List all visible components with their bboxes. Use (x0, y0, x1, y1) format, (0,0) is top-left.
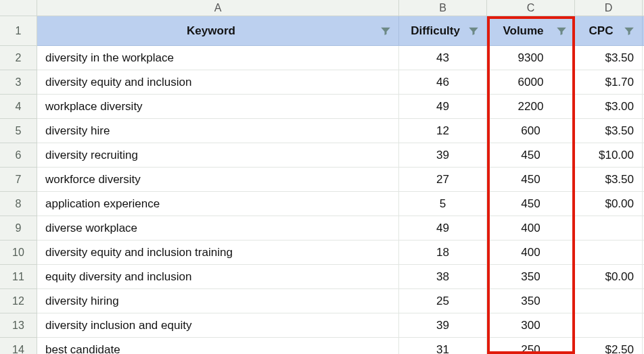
cell-keyword[interactable]: diversity hire (37, 119, 399, 143)
cell-keyword[interactable]: diversity recruiting (37, 143, 399, 168)
cell-keyword[interactable]: diversity inclusion and equity (37, 313, 399, 338)
cell-keyword[interactable]: diversity in the workplace (37, 46, 399, 70)
cell-keyword[interactable]: workplace diversity (37, 95, 399, 119)
row-header-1[interactable]: 1 (0, 16, 37, 46)
cell-difficulty[interactable]: 46 (399, 70, 487, 95)
cell-keyword[interactable]: diversity hiring (37, 289, 399, 313)
row-header[interactable]: 12 (0, 289, 37, 313)
header-volume[interactable]: Volume (487, 16, 575, 46)
cell-volume[interactable]: 9300 (487, 46, 575, 70)
column-header-a[interactable]: A (37, 0, 399, 16)
cell-volume[interactable]: 300 (487, 313, 575, 338)
cell-difficulty[interactable]: 25 (399, 289, 487, 313)
row-header[interactable]: 6 (0, 143, 37, 168)
cell-volume[interactable]: 350 (487, 265, 575, 289)
cell-cpc[interactable] (575, 241, 643, 265)
cell-keyword[interactable]: workforce diversity (37, 168, 399, 192)
cell-cpc[interactable]: $0.00 (575, 192, 643, 216)
filter-icon[interactable] (380, 25, 392, 37)
cell-difficulty[interactable]: 49 (399, 95, 487, 119)
cell-difficulty[interactable]: 39 (399, 143, 487, 168)
cell-difficulty[interactable]: 38 (399, 265, 487, 289)
cell-volume[interactable]: 6000 (487, 70, 575, 95)
header-keyword[interactable]: Keyword (37, 16, 399, 46)
cell-difficulty[interactable]: 27 (399, 168, 487, 192)
cell-keyword[interactable]: best candidate (37, 338, 399, 354)
cell-volume[interactable]: 450 (487, 143, 575, 168)
row-header[interactable]: 10 (0, 241, 37, 265)
cell-cpc[interactable]: $3.50 (575, 46, 643, 70)
cell-difficulty[interactable]: 43 (399, 46, 487, 70)
cell-keyword[interactable]: application experience (37, 192, 399, 216)
row-header[interactable]: 2 (0, 46, 37, 70)
row-header[interactable]: 4 (0, 95, 37, 119)
cell-keyword[interactable]: diversity equity and inclusion training (37, 241, 399, 265)
cell-cpc[interactable]: $3.00 (575, 95, 643, 119)
cell-volume[interactable]: 2200 (487, 95, 575, 119)
cell-volume[interactable]: 450 (487, 192, 575, 216)
column-header-b[interactable]: B (399, 0, 487, 16)
column-header-c[interactable]: C (487, 0, 575, 16)
row-header[interactable]: 8 (0, 192, 37, 216)
cell-cpc[interactable]: $10.00 (575, 143, 643, 168)
cell-cpc[interactable] (575, 289, 643, 313)
cell-keyword[interactable]: diversity equity and inclusion (37, 70, 399, 95)
row-header[interactable]: 5 (0, 119, 37, 143)
spreadsheet-grid[interactable]: A B C D 1 Keyword Difficulty Volume CPC … (0, 0, 644, 354)
filter-icon[interactable] (467, 25, 480, 37)
select-all-corner[interactable] (0, 0, 37, 16)
header-volume-label: Volume (494, 24, 553, 38)
cell-difficulty[interactable]: 31 (399, 338, 487, 354)
cell-cpc[interactable]: $1.70 (575, 70, 643, 95)
cell-volume[interactable]: 600 (487, 119, 575, 143)
cell-difficulty[interactable]: 39 (399, 313, 487, 338)
filter-icon[interactable] (623, 25, 635, 37)
column-header-d[interactable]: D (575, 0, 643, 16)
row-header[interactable]: 14 (0, 338, 37, 354)
cell-cpc[interactable] (575, 216, 643, 241)
row-header[interactable]: 13 (0, 313, 37, 338)
cell-difficulty[interactable]: 49 (399, 216, 487, 241)
cell-volume[interactable]: 350 (487, 289, 575, 313)
header-keyword-label: Keyword (45, 24, 377, 38)
cell-volume[interactable]: 250 (487, 338, 575, 354)
row-header[interactable]: 11 (0, 265, 37, 289)
cell-cpc[interactable]: $3.50 (575, 119, 643, 143)
cell-cpc[interactable] (575, 313, 643, 338)
cell-keyword[interactable]: equity diversity and inclusion (37, 265, 399, 289)
row-header[interactable]: 7 (0, 168, 37, 192)
header-difficulty[interactable]: Difficulty (399, 16, 487, 46)
row-header[interactable]: 3 (0, 70, 37, 95)
filter-icon[interactable] (555, 25, 568, 37)
row-header[interactable]: 9 (0, 216, 37, 241)
header-difficulty-label: Difficulty (406, 24, 465, 38)
cell-cpc[interactable]: $3.50 (575, 168, 643, 192)
cell-difficulty[interactable]: 5 (399, 192, 487, 216)
cell-keyword[interactable]: diverse workplace (37, 216, 399, 241)
cell-cpc[interactable]: $0.00 (575, 265, 643, 289)
cell-difficulty[interactable]: 18 (399, 241, 487, 265)
header-cpc-label: CPC (582, 24, 620, 38)
cell-volume[interactable]: 450 (487, 168, 575, 192)
header-cpc[interactable]: CPC (575, 16, 643, 46)
cell-volume[interactable]: 400 (487, 216, 575, 241)
cell-volume[interactable]: 400 (487, 241, 575, 265)
cell-difficulty[interactable]: 12 (399, 119, 487, 143)
cell-cpc[interactable]: $2.50 (575, 338, 643, 354)
